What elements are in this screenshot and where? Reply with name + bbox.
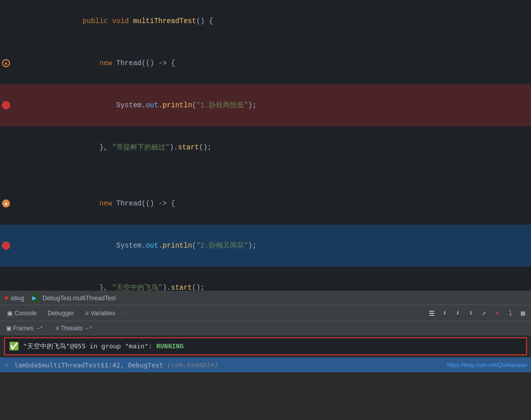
variables-label: Variables xyxy=(91,310,115,317)
thread-status: RUNNING xyxy=(156,343,184,350)
code-content: public void multiThreadTest() { xyxy=(30,0,531,42)
thread-text: "天空中的飞鸟"@955 in group "main": xyxy=(23,342,152,351)
code-content xyxy=(30,168,531,182)
threads-btn[interactable]: ≡ Threads →* xyxy=(52,323,96,333)
tab-console[interactable]: ▣ Console xyxy=(2,308,42,319)
drop-frame-btn[interactable]: ⤵ xyxy=(504,307,516,319)
code-content: System.out.println("2.卧梅又闻花"); xyxy=(30,225,531,267)
code-line-breakpoint: System.out.println("1.卧枝商恨低"); xyxy=(0,84,531,126)
code-content: System.out.println("1.卧枝商恨低"); xyxy=(30,84,531,126)
frames-label: Frames xyxy=(13,325,34,332)
code-content: new Thread(() -> { xyxy=(30,182,531,225)
code-line: public void multiThreadTest() { xyxy=(0,0,531,42)
debugger-label: Debugger xyxy=(48,310,74,317)
run-to-cursor-btn[interactable]: ⬇ xyxy=(465,307,477,319)
code-line xyxy=(0,168,531,182)
threads-icon: ≡ xyxy=(56,325,59,332)
debug-label: ebug xyxy=(11,295,25,302)
code-line: ▲ → new Thread(() -> { xyxy=(0,182,531,225)
error-icon: ● xyxy=(4,294,9,303)
csdn-link[interactable]: https://blog.csdn.net/QiuHaoqian xyxy=(447,362,527,368)
panel-tabs: ▣ Console Debugger ≡ Variables →* ⬇ ⬇ ⬇ … xyxy=(0,305,531,321)
settings-btn[interactable]: ▦ xyxy=(517,307,529,319)
breakpoint-red-icon[interactable] xyxy=(2,101,10,109)
arrow-icon: → xyxy=(4,361,8,369)
frames-btn[interactable]: ▣ Frames →* xyxy=(2,323,47,333)
frames-threads-bar: ▣ Frames →* ≡ Threads →* xyxy=(0,321,531,335)
code-content: new Thread(() -> { xyxy=(30,42,531,84)
console-icon: ▣ xyxy=(7,310,13,317)
thread-check-icon: ✅ xyxy=(9,341,19,351)
stack-class: (com.example) xyxy=(167,361,218,369)
tab-variables[interactable]: ≡ Variables →* xyxy=(80,308,132,319)
frames-icon: ▣ xyxy=(6,325,12,332)
debug-arrow: → xyxy=(2,199,6,207)
breakpoint-red-icon[interactable] xyxy=(2,242,10,250)
code-line: }, "菩提树下的杨过").start(); xyxy=(0,126,531,168)
code-line-highlighted: System.out.println("2.卧梅又闻花"); xyxy=(0,225,531,267)
panel-header: ● ebug ▶ DebugTest.multiThreadTest xyxy=(0,291,531,305)
stop-btn[interactable]: ✕ xyxy=(491,307,503,319)
step-into-btn[interactable]: ⬇ xyxy=(439,307,451,319)
evaluate-btn[interactable]: ↗ xyxy=(478,307,490,319)
code-line: }, "天空中的飞鸟").start(); xyxy=(0,267,531,291)
code-content: }, "天空中的飞鸟").start(); xyxy=(30,267,531,291)
frames-arrow: →* xyxy=(35,325,43,331)
tab-debugger[interactable]: Debugger xyxy=(43,308,79,319)
stack-frame-row[interactable]: → lambda$multiThreadTest$1:42, DebugTest… xyxy=(0,357,531,372)
code-line: ▲ new Thread(() -> { xyxy=(0,42,531,84)
step-over-btn[interactable] xyxy=(426,307,438,319)
code-content: }, "菩提树下的杨过").start(); xyxy=(30,126,531,168)
step-out-btn[interactable]: ⬇ xyxy=(452,307,464,319)
breakpoint-icon[interactable]: ▲ xyxy=(2,59,10,67)
play-indicator: ▶ xyxy=(30,293,38,303)
stack-text: lambda$multiThreadTest$1:42, DebugTest xyxy=(14,361,163,369)
threads-arrow: →* xyxy=(84,325,92,331)
arrow-sep: →* xyxy=(117,310,127,316)
variables-icon: ≡ xyxy=(85,310,89,317)
thread-running-row[interactable]: ✅ "天空中的飞鸟"@955 in group "main": RUNNING xyxy=(4,337,527,355)
code-editor: public void multiThreadTest() { ▲ new Th… xyxy=(0,0,531,291)
threads-label: Threads xyxy=(61,325,83,332)
console-label: Console xyxy=(15,310,37,317)
debug-title: DebugTest.multiThreadTest xyxy=(43,295,116,302)
debug-panel: ● ebug ▶ DebugTest.multiThreadTest ▣ Con… xyxy=(0,291,531,420)
